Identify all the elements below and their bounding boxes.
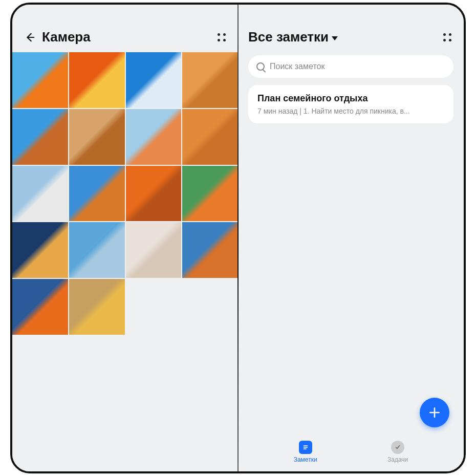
chevron-down-icon [332, 36, 338, 40]
photo-grid [12, 52, 238, 335]
notes-header: Все заметки [238, 25, 464, 52]
photo-thumbnail[interactable] [12, 109, 68, 165]
tasks-icon [391, 441, 404, 454]
photo-thumbnail[interactable] [126, 52, 182, 108]
photo-thumbnail[interactable] [182, 222, 238, 278]
photo-thumbnail[interactable] [69, 52, 125, 108]
nav-notes-label: Заметки [294, 456, 317, 463]
photo-thumbnail[interactable] [182, 166, 238, 222]
photo-thumbnail[interactable] [12, 222, 68, 278]
notes-title-dropdown[interactable]: Все заметки [248, 29, 338, 45]
back-arrow-icon[interactable] [23, 30, 37, 45]
add-note-fab[interactable] [420, 398, 449, 427]
gallery-header: Камера [12, 25, 238, 52]
gallery-title: Камера [42, 29, 91, 45]
search-placeholder: Поиск заметок [270, 62, 324, 71]
photo-thumbnail[interactable] [69, 109, 125, 165]
photo-thumbnail[interactable] [12, 166, 68, 222]
photo-thumbnail[interactable] [126, 166, 182, 222]
nav-tasks-tab[interactable]: Задачи [387, 441, 408, 463]
nav-tasks-label: Задачи [387, 456, 408, 463]
note-subtitle: 7 мин назад | 1. Найти место для пикника… [257, 107, 444, 115]
menu-dots-icon[interactable] [441, 31, 453, 44]
device-hinge [237, 5, 239, 471]
notes-title-text: Все заметки [248, 29, 329, 45]
gallery-pane: Камера [12, 5, 238, 471]
note-title: План семейного отдыха [257, 93, 444, 104]
search-icon [256, 62, 265, 71]
menu-dots-icon[interactable] [215, 31, 228, 44]
notes-pane: Все заметки Поиск заметок План семейного… [238, 5, 464, 471]
photo-thumbnail[interactable] [126, 109, 182, 165]
photo-thumbnail[interactable] [69, 222, 125, 278]
photo-thumbnail[interactable] [69, 166, 125, 222]
foldable-device-frame: Камера Все заметки Поиск заметок План се… [10, 3, 466, 473]
note-card[interactable]: План семейного отдыха 7 мин назад | 1. Н… [248, 85, 453, 123]
bottom-nav: Заметки Задачи [238, 441, 464, 463]
photo-thumbnail[interactable] [182, 109, 238, 165]
search-input[interactable]: Поиск заметок [248, 55, 453, 78]
photo-thumbnail[interactable] [69, 279, 125, 335]
photo-thumbnail[interactable] [12, 279, 68, 335]
photo-thumbnail[interactable] [126, 222, 182, 278]
photo-thumbnail[interactable] [182, 52, 238, 108]
notes-icon [299, 441, 312, 454]
nav-notes-tab[interactable]: Заметки [294, 441, 317, 463]
photo-thumbnail[interactable] [12, 52, 68, 108]
